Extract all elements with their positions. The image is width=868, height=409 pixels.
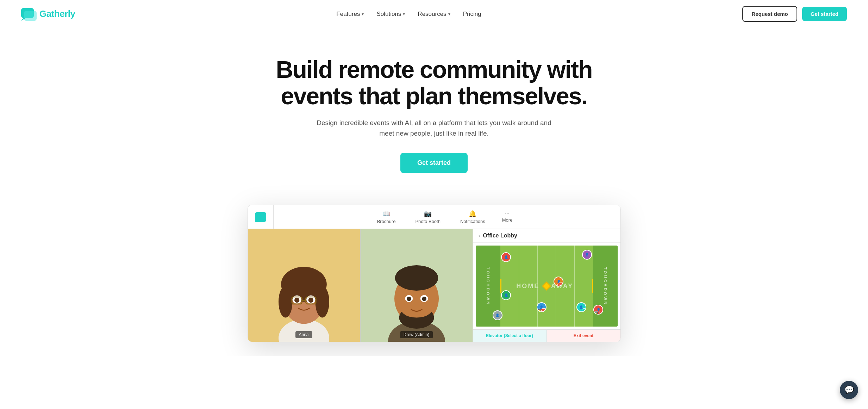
logo-text: Gatherly [39, 8, 75, 19]
video-drew: Drew (Admin) [360, 229, 473, 342]
player-avatar-7[interactable]: 👤 5 🔒 [593, 305, 603, 315]
player-avatar-2[interactable]: 👤 [582, 250, 592, 260]
svg-point-21 [401, 302, 431, 318]
chevron-down-icon: ▾ [403, 12, 405, 17]
exit-event-button[interactable]: Exit event [547, 330, 620, 342]
chevron-down-icon: ▾ [448, 12, 450, 17]
navbar: Gatherly Features ▾ Solutions ▾ Resource… [0, 0, 868, 28]
bell-icon: 🔔 [469, 210, 476, 218]
request-demo-button[interactable]: Request demo [742, 6, 797, 22]
field-home-label: HOME [516, 283, 539, 290]
hero-title: Build remote community with events that … [258, 56, 610, 109]
field-line [574, 246, 575, 327]
video-area: Anna [248, 229, 473, 342]
video-drew-label: Drew (Admin) [400, 331, 433, 338]
app-topbar-nav: 📖 Brochure 📷 Photo Booth 🔔 Notifications… [367, 207, 520, 227]
nav-resources[interactable]: Resources ▾ [418, 11, 450, 18]
hero-subtitle: Design incredible events with AI, all on… [314, 118, 554, 139]
player-avatar-1[interactable]: 👤 [501, 252, 511, 262]
player-avatar-5[interactable]: 👤 10 🔒 [537, 302, 547, 312]
svg-point-24 [407, 297, 411, 301]
map-panel: › Office Lobby TOUCHDOWN TOUCHDOWN [473, 229, 620, 342]
nav-actions: Request demo Get started [742, 6, 847, 22]
nav-solutions[interactable]: Solutions ▾ [376, 11, 405, 18]
svg-point-11 [294, 298, 299, 303]
player-avatar-6[interactable]: 👤 4 [576, 302, 586, 312]
player-avatar-8[interactable]: 👤 [493, 310, 502, 320]
get-started-nav-button[interactable]: Get started [802, 7, 847, 21]
brochure-nav-item[interactable]: 📖 Brochure [367, 207, 406, 227]
notifications-nav-item[interactable]: 🔔 Notifications [450, 207, 495, 227]
get-started-hero-button[interactable]: Get started [400, 153, 468, 173]
elevator-button[interactable]: Elevator (Select a floor) [473, 330, 547, 342]
svg-point-25 [422, 297, 426, 301]
svg-point-19 [395, 265, 438, 291]
nav-links: Features ▾ Solutions ▾ Resources ▾ Prici… [336, 11, 481, 18]
nav-features[interactable]: Features ▾ [336, 11, 364, 18]
photo-booth-nav-item[interactable]: 📷 Photo Booth [405, 207, 450, 227]
svg-point-7 [279, 286, 293, 318]
svg-point-8 [315, 286, 329, 318]
app-logo-area [255, 205, 274, 229]
chevron-down-icon: ▾ [362, 12, 364, 17]
app-topbar: 📖 Brochure 📷 Photo Booth 🔔 Notifications… [248, 205, 620, 229]
field-endzone-right: TOUCHDOWN [593, 246, 618, 327]
svg-point-12 [308, 298, 313, 303]
nav-pricing[interactable]: Pricing [463, 11, 481, 18]
expand-icon: › [479, 233, 480, 238]
more-icon: ⋯ [505, 211, 510, 216]
logo[interactable]: Gatherly [21, 7, 75, 21]
goal-post-left [500, 279, 501, 293]
camera-icon: 📷 [424, 210, 432, 218]
hero-section: Build remote community with events that … [223, 28, 645, 187]
goal-post-right [592, 279, 593, 293]
map-header: › Office Lobby [473, 229, 620, 243]
map-field: TOUCHDOWN TOUCHDOWN HOME AWAY [476, 246, 618, 327]
app-logo-icon [255, 212, 266, 222]
player-avatar-4[interactable]: 👤 [501, 290, 511, 300]
player-avatar-3[interactable]: 👤 10 [554, 277, 563, 286]
brochure-icon: 📖 [382, 210, 390, 218]
app-content: Anna [248, 229, 620, 342]
map-bottom-bar: Elevator (Select a floor) Exit event [473, 329, 620, 342]
video-anna-label: Anna [295, 331, 312, 338]
app-preview: 📖 Brochure 📷 Photo Booth 🔔 Notifications… [248, 205, 621, 342]
svg-rect-1 [24, 11, 37, 21]
video-anna: Anna [248, 229, 360, 342]
more-nav-item[interactable]: ⋯ More [495, 208, 520, 225]
